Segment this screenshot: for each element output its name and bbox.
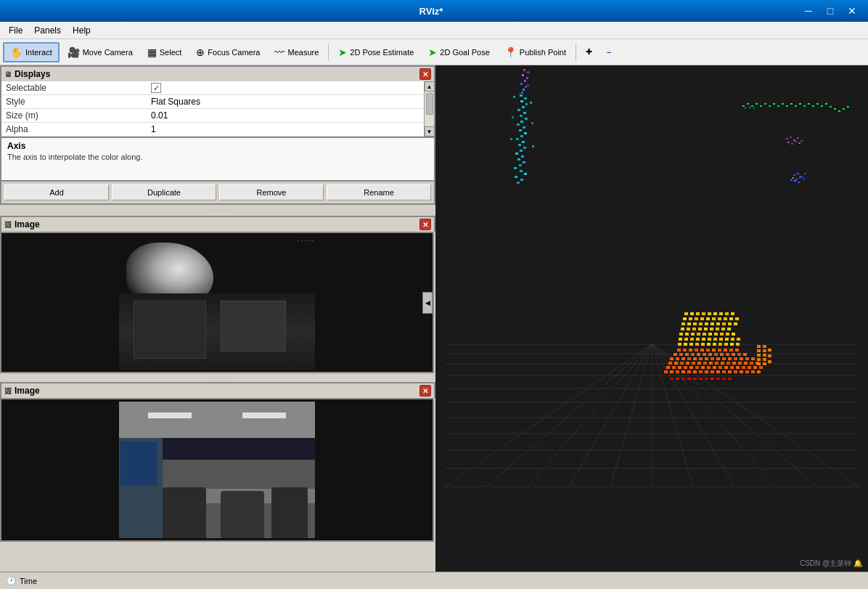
- maximize-button[interactable]: □: [820, 3, 840, 19]
- svg-rect-238: [687, 322, 691, 325]
- svg-rect-281: [701, 343, 705, 346]
- focus-camera-button[interactable]: ⊕ Focus Camera: [189, 43, 266, 62]
- svg-rect-289: [763, 345, 766, 348]
- svg-rect-66: [512, 116, 514, 118]
- svg-rect-30: [523, 89, 525, 91]
- svg-rect-24: [522, 74, 524, 76]
- svg-rect-68: [510, 138, 512, 140]
- menu-panels[interactable]: Panels: [28, 24, 67, 37]
- svg-rect-171: [750, 362, 753, 365]
- svg-rect-279: [689, 343, 693, 346]
- svg-rect-215: [716, 378, 720, 380]
- drag-handle-2: · · · · ·: [0, 373, 435, 382]
- svg-rect-28: [520, 83, 523, 85]
- svg-rect-104: [791, 143, 793, 145]
- add-tool-button[interactable]: ✚: [579, 44, 599, 60]
- watermark: CSDN @主菜钟 🔔: [800, 558, 862, 569]
- grid-floor: [445, 344, 859, 487]
- svg-rect-228: [689, 317, 692, 320]
- scroll-thumb[interactable]: [426, 93, 433, 115]
- image-panel-2-close-button[interactable]: ✕: [419, 385, 431, 397]
- svg-rect-143: [676, 357, 679, 360]
- svg-rect-44: [523, 126, 525, 129]
- svg-rect-297: [763, 362, 766, 365]
- svg-line-11: [445, 344, 652, 487]
- drag-handle: · · · · ·: [0, 205, 435, 216]
- image-panel-1-close-button[interactable]: ✕: [419, 219, 431, 230]
- measure-icon: 〰: [274, 46, 284, 58]
- duplicate-button[interactable]: Duplicate: [112, 184, 216, 200]
- svg-rect-195: [693, 370, 697, 373]
- minus-tool-button[interactable]: −: [600, 44, 618, 60]
- svg-rect-162: [697, 362, 701, 365]
- selectable-checkbox[interactable]: ✓: [151, 83, 161, 93]
- minimize-button[interactable]: ─: [798, 3, 819, 19]
- svg-rect-81: [790, 103, 793, 105]
- displays-close-button[interactable]: ✕: [419, 68, 431, 80]
- svg-rect-251: [704, 328, 708, 330]
- svg-rect-259: [697, 333, 700, 336]
- svg-rect-59: [520, 170, 523, 172]
- svg-rect-265: [732, 333, 735, 336]
- depth-image: - - - - -: [119, 235, 315, 370]
- move-camera-button[interactable]: 🎥 Move Camera: [61, 43, 139, 62]
- scroll-down-button[interactable]: ▼: [425, 126, 435, 137]
- close-button[interactable]: ✕: [842, 3, 862, 19]
- svg-line-19: [652, 344, 776, 487]
- svg-rect-291: [763, 349, 766, 352]
- menu-file[interactable]: File: [3, 24, 28, 37]
- svg-rect-200: [722, 370, 726, 373]
- svg-rect-292: [757, 354, 761, 357]
- rename-button[interactable]: Rename: [327, 184, 431, 200]
- svg-rect-85: [808, 103, 810, 105]
- main-layout: 🖥 Displays ✕ Selectable ✓ Style: [0, 65, 868, 572]
- svg-rect-72: [751, 105, 753, 107]
- svg-rect-107: [793, 174, 795, 176]
- svg-rect-60: [524, 173, 527, 175]
- add-button[interactable]: Add: [4, 184, 109, 200]
- table-row: Selectable ✓: [1, 81, 424, 95]
- goal-pose-button[interactable]: ➤ 2D Goal Pose: [422, 43, 496, 62]
- displays-icon: 🖥: [4, 70, 12, 78]
- pointcloud-3: [786, 137, 803, 145]
- svg-rect-189: [759, 366, 763, 369]
- svg-line-18: [652, 344, 734, 487]
- svg-rect-190: [664, 370, 668, 373]
- svg-rect-263: [720, 333, 724, 336]
- svg-line-15: [610, 344, 652, 487]
- svg-rect-252: [710, 328, 713, 330]
- svg-rect-151: [722, 357, 726, 360]
- pointcloud-2: [742, 103, 849, 112]
- scroll-up-button[interactable]: ▲: [425, 81, 435, 92]
- pose-estimate-button[interactable]: ➤ 2D Pose Estimate: [332, 43, 420, 62]
- svg-rect-226: [731, 312, 734, 315]
- svg-rect-80: [786, 105, 788, 107]
- measure-label: Measure: [287, 48, 319, 57]
- svg-rect-165: [715, 362, 718, 365]
- svg-rect-98: [786, 138, 788, 139]
- svg-rect-89: [825, 103, 827, 105]
- svg-rect-284: [718, 343, 722, 346]
- svg-rect-192: [676, 370, 679, 373]
- publish-point-button[interactable]: 📍 Publish Point: [498, 43, 573, 62]
- svg-line-13: [528, 344, 652, 487]
- pose-estimate-label: 2D Pose Estimate: [350, 48, 414, 57]
- svg-rect-280: [695, 343, 699, 346]
- svg-rect-39: [523, 112, 526, 114]
- svg-rect-124: [712, 349, 716, 352]
- svg-rect-25: [526, 77, 528, 79]
- interact-button[interactable]: ✋ Interact: [3, 42, 60, 62]
- window-controls: ─ □ ✕: [798, 3, 862, 19]
- property-size: Size (m): [1, 109, 147, 123]
- svg-rect-225: [725, 312, 729, 315]
- menu-help[interactable]: Help: [67, 24, 97, 37]
- svg-rect-75: [764, 103, 766, 105]
- select-button[interactable]: ▦ Select: [141, 43, 189, 62]
- panel1-collapse-arrow[interactable]: ◀: [422, 292, 433, 314]
- measure-button[interactable]: 〰 Measure: [268, 43, 325, 62]
- displays-scrollbar[interactable]: ▲ ▼: [424, 81, 434, 137]
- remove-button[interactable]: Remove: [219, 184, 324, 200]
- svg-rect-186: [742, 366, 745, 369]
- svg-line-17: [652, 344, 693, 487]
- svg-rect-113: [803, 178, 805, 179]
